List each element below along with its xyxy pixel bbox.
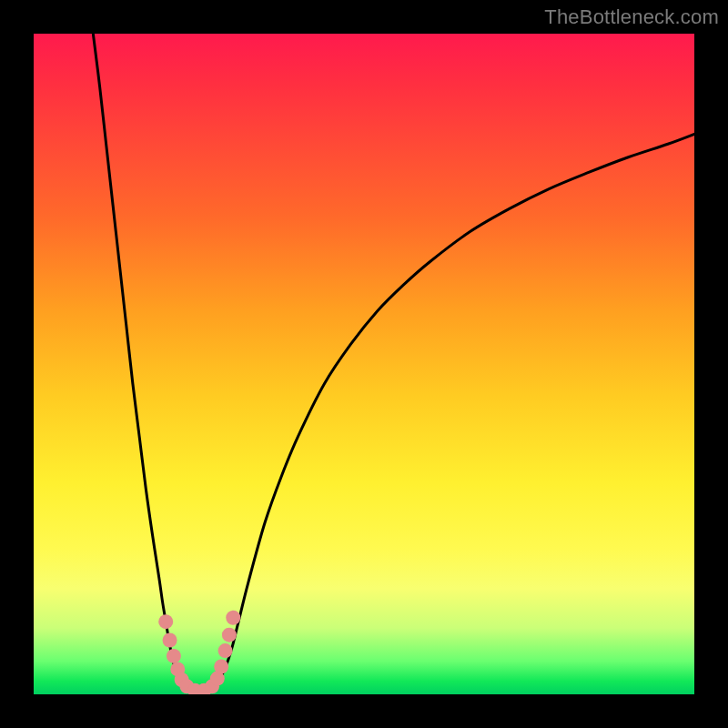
chart-frame: TheBottleneck.com	[0, 0, 728, 728]
valley-marker	[226, 611, 240, 625]
chart-svg	[34, 34, 694, 694]
valley-marker	[218, 643, 233, 658]
valley-marker	[167, 649, 181, 663]
valley-marker	[214, 660, 228, 674]
watermark-text: TheBottleneck.com	[544, 5, 719, 29]
valley-marker	[158, 614, 173, 629]
chart-plot-area	[34, 34, 694, 694]
valley-marker	[222, 628, 237, 642]
bottleneck-curve	[93, 34, 694, 692]
valley-marker	[163, 632, 177, 647]
valley-markers	[158, 611, 240, 694]
